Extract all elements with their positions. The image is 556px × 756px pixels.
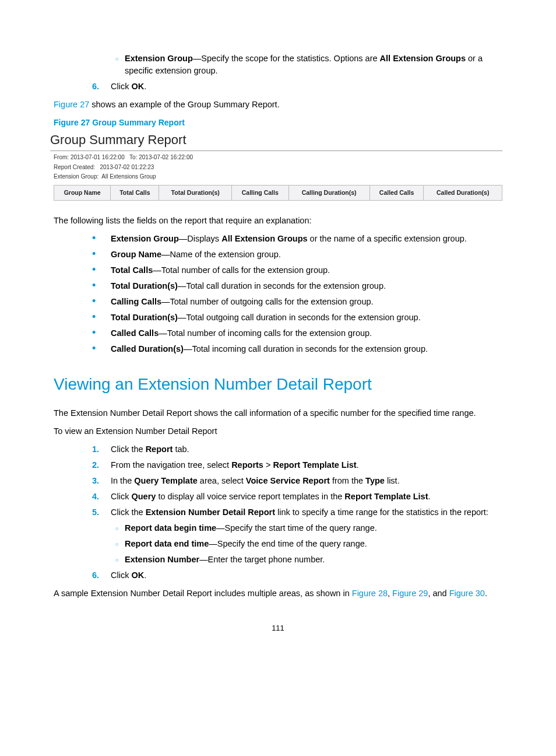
sub-item-text: Extension Group—Specify the scope for th… — [125, 52, 502, 77]
report-meta-created: Report Created: 2013-07-02 01:22:23 — [54, 163, 502, 172]
col-called-calls: Called Calls — [370, 185, 424, 200]
step-5: 5. Click the Extension Number Detail Rep… — [92, 506, 502, 519]
figure-27-caption: Figure 27 Group Summary Report — [54, 117, 502, 128]
def-group-name: • Group Name—Name of the extension group… — [92, 249, 502, 261]
sub-ext-number: ○ Extension Number—Enter the target phon… — [115, 554, 502, 566]
report-table: Group Name Total Calls Total Duration(s)… — [54, 185, 502, 201]
circle-marker-icon: ○ — [115, 52, 125, 77]
section-desc: The Extension Number Detail Report shows… — [54, 407, 502, 419]
step-6: 6. Click OK. — [92, 80, 502, 93]
page-number: 111 — [54, 623, 502, 634]
content-block: ○ Extension Group—Specify the scope for … — [92, 52, 502, 600]
col-total-duration: Total Duration(s) — [159, 185, 232, 200]
bullet-icon: • — [92, 312, 111, 324]
sub-list: ○ Extension Group—Specify the scope for … — [115, 52, 502, 77]
options: All Extension Groups — [380, 54, 466, 63]
bullet-icon: • — [92, 327, 111, 340]
step-2: 2. From the navigation tree, select Repo… — [92, 459, 502, 471]
bullet-icon: • — [92, 264, 111, 276]
def-total-calls: • Total Calls—Total number of calls for … — [92, 264, 502, 276]
col-calling-calls: Calling Calls — [232, 185, 288, 200]
to-view-intro: To view an Extension Number Detail Repor… — [54, 425, 502, 438]
sub-begin-time: ○ Report data begin time—Specify the sta… — [115, 522, 502, 534]
def-calling-calls: • Calling Calls—Total number of outgoing… — [92, 296, 502, 308]
bullet-icon: • — [92, 280, 111, 292]
step-number: 6. — [92, 80, 111, 93]
report-meta-dates: From: 2013-07-01 16:22:00 To: 2013-07-02… — [54, 153, 502, 162]
step-1: 1. Click the Report tab. — [92, 443, 502, 456]
step-number: 2. — [92, 459, 111, 471]
step-6b: 6. Click OK. — [92, 569, 502, 582]
section-heading: Viewing an Extension Number Detail Repor… — [54, 373, 502, 397]
bullet-icon: • — [92, 233, 111, 245]
def-extension-group: • Extension Group—Displays All Extension… — [92, 233, 502, 245]
circle-marker-icon: ○ — [115, 554, 125, 566]
bullet-icon: • — [92, 343, 111, 355]
report-header-row: Group Name Total Calls Total Duration(s)… — [54, 185, 502, 200]
report-title: Group Summary Report — [50, 131, 502, 151]
step-number: 1. — [92, 443, 111, 456]
report-meta-extgroup: Extension Group: All Extensions Group — [54, 173, 502, 181]
circle-marker-icon: ○ — [115, 522, 125, 534]
step-4: 4. Click Query to display all voice serv… — [92, 491, 502, 503]
figure-28-link[interactable]: Figure 28 — [352, 589, 388, 598]
col-total-calls: Total Calls — [111, 185, 159, 200]
figure-29-link[interactable]: Figure 29 — [392, 589, 428, 598]
bullet-icon: • — [92, 249, 111, 261]
figure-27-link[interactable]: Figure 27 — [54, 100, 89, 109]
figure-27-image: Group Summary Report From: 2013-07-01 16… — [54, 131, 502, 201]
bullet-icon: • — [92, 296, 111, 308]
figure-30-link[interactable]: Figure 30 — [449, 589, 485, 598]
def-called-calls: • Called Calls—Total number of incoming … — [92, 327, 502, 340]
col-called-duration: Called Duration(s) — [424, 185, 502, 200]
def-total-duration-2: • Total Duration(s)—Total outgoing call … — [92, 312, 502, 324]
def-called-duration: • Called Duration(s)—Total incoming call… — [92, 343, 502, 355]
step-3: 3. In the Query Template area, select Vo… — [92, 475, 502, 487]
col-calling-duration: Calling Duration(s) — [288, 185, 370, 200]
sub-end-time: ○ Report data end time—Specify the end t… — [115, 538, 502, 550]
step-5-sublist: ○ Report data begin time—Specify the sta… — [115, 522, 502, 566]
step-number: 5. — [92, 506, 111, 519]
step-number: 4. — [92, 491, 111, 503]
explain-intro: The following lists the fields on the re… — [54, 215, 502, 227]
document-page: ○ Extension Group—Specify the scope for … — [0, 0, 556, 669]
step-text: Click OK. — [111, 80, 502, 93]
figure-intro: Figure 27 shows an example of the Group … — [54, 99, 502, 111]
col-group-name: Group Name — [54, 185, 111, 200]
step-number: 3. — [92, 475, 111, 487]
circle-marker-icon: ○ — [115, 538, 125, 550]
step-number: 6. — [92, 569, 111, 582]
tail-para: A sample Extension Number Detail Report … — [54, 587, 502, 600]
term: Extension Group — [125, 54, 193, 63]
def-total-duration: • Total Duration(s)—Total call duration … — [92, 280, 502, 292]
sub-item-extension-group: ○ Extension Group—Specify the scope for … — [115, 52, 502, 77]
